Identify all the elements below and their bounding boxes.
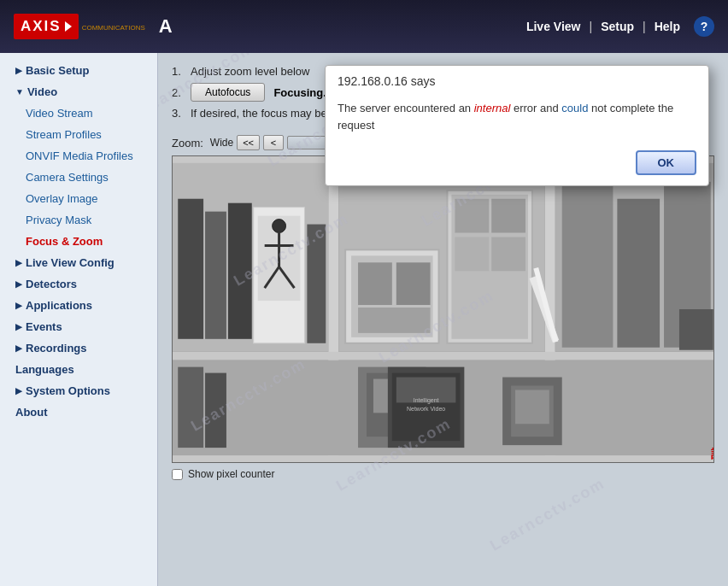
detectors-label: Detectors [26, 278, 77, 290]
sidebar-item-privacy-mask[interactable]: Privacy Mask [0, 209, 157, 231]
applications-arrow: ▶ [15, 301, 22, 310]
ok-button[interactable]: OK [636, 150, 697, 175]
dialog-msg-internal: internal [474, 102, 511, 114]
dialog-msg-part1: The server encountered an [338, 102, 474, 114]
video-label: Video [27, 85, 57, 98]
nav-sep1: | [589, 20, 592, 33]
sidebar-item-stream-profiles[interactable]: Stream Profiles [0, 124, 157, 145]
help-link[interactable]: Help [649, 20, 685, 33]
live-view-link[interactable]: Live View [521, 20, 586, 33]
sidebar-item-focus-zoom[interactable]: Focus & Zoom [0, 231, 157, 252]
header: AXIS COMMUNICATIONS A Live View | Setup … [0, 0, 728, 53]
dialog-msg-could: could [561, 102, 588, 114]
sidebar-item-applications[interactable]: ▶ Applications [0, 295, 157, 316]
sidebar-item-detectors[interactable]: ▶ Detectors [0, 273, 157, 295]
dialog-footer: OK [326, 145, 708, 185]
dialog-title-text: 192.168.0.16 says [338, 74, 696, 88]
sidebar-item-onvif[interactable]: ONVIF Media Profiles [0, 145, 157, 167]
logo-text: AXIS [21, 18, 62, 35]
live-view-config-label: Live View Config [26, 256, 114, 269]
applications-label: Applications [26, 299, 92, 312]
setup-link[interactable]: Setup [596, 20, 639, 33]
sidebar-item-events[interactable]: ▶ Events [0, 316, 157, 337]
nav-sep2: | [643, 20, 646, 33]
dialog-box: 192.168.0.16 says The server encountered… [325, 65, 709, 186]
layout: ▶ Basic Setup ▼ Video Video Stream Strea… [0, 53, 728, 586]
dialog-title-bar: 192.168.0.16 says [326, 66, 708, 100]
basic-setup-arrow: ▶ [15, 66, 22, 75]
events-arrow: ▶ [15, 322, 22, 331]
recordings-arrow: ▶ [15, 343, 22, 353]
sidebar-item-live-view-config[interactable]: ▶ Live View Config [0, 252, 157, 273]
header-nav: Live View | Setup | Help ? [521, 16, 714, 37]
sidebar-item-basic-setup[interactable]: ▶ Basic Setup [0, 60, 157, 81]
system-options-label: System Options [26, 384, 110, 397]
sidebar-item-video-stream[interactable]: Video Stream [0, 103, 157, 124]
sidebar-item-about[interactable]: About [0, 401, 157, 423]
sidebar-item-camera-settings[interactable]: Camera Settings [0, 167, 157, 188]
sidebar-item-recordings[interactable]: ▶ Recordings [0, 337, 157, 359]
sidebar-item-overlay-image[interactable]: Overlay Image [0, 188, 157, 209]
header-title: A [159, 15, 173, 38]
sidebar: ▶ Basic Setup ▼ Video Video Stream Strea… [0, 53, 158, 586]
sidebar-item-video[interactable]: ▼ Video [0, 81, 157, 103]
help-icon[interactable]: ? [694, 16, 714, 37]
sidebar-item-languages[interactable]: Languages [0, 359, 157, 380]
axis-logo: AXIS COMMUNICATIONS [14, 14, 145, 39]
main-content: Learncctv.com Learncctv.com Learncctv.co… [158, 53, 728, 586]
live-view-arrow: ▶ [15, 258, 22, 267]
system-options-arrow: ▶ [15, 386, 22, 396]
sidebar-item-system-options[interactable]: ▶ System Options [0, 380, 157, 401]
logo-subtitle: COMMUNICATIONS [82, 24, 145, 32]
detectors-arrow: ▶ [15, 279, 22, 289]
basic-setup-label: Basic Setup [26, 64, 89, 77]
events-label: Events [26, 320, 62, 333]
recordings-label: Recordings [26, 342, 87, 355]
dialog-msg-part2: error and [510, 102, 561, 114]
dialog-message: The server encountered an internal error… [326, 100, 708, 145]
video-arrow: ▼ [15, 87, 24, 97]
dialog-overlay: 192.168.0.16 says The server encountered… [158, 53, 728, 586]
